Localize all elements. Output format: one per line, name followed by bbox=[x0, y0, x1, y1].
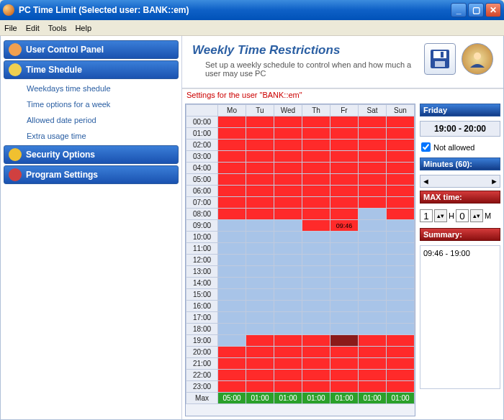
schedule-cell[interactable] bbox=[246, 278, 274, 289]
schedule-cell[interactable] bbox=[274, 220, 302, 232]
schedule-cell[interactable] bbox=[330, 117, 359, 128]
schedule-cell[interactable] bbox=[330, 232, 359, 243]
schedule-cell[interactable] bbox=[302, 186, 330, 197]
schedule-cell[interactable] bbox=[330, 347, 359, 358]
schedule-cell[interactable] bbox=[330, 197, 359, 209]
schedule-cell[interactable] bbox=[218, 209, 246, 220]
schedule-cell[interactable] bbox=[359, 358, 387, 370]
minimize-button[interactable]: _ bbox=[451, 3, 467, 17]
schedule-cell[interactable] bbox=[218, 128, 246, 140]
schedule-cell[interactable] bbox=[218, 220, 246, 232]
schedule-cell[interactable] bbox=[218, 266, 246, 278]
schedule-cell[interactable] bbox=[359, 324, 387, 335]
schedule-cell[interactable] bbox=[330, 335, 359, 347]
schedule-cell[interactable] bbox=[246, 335, 274, 347]
schedule-cell[interactable] bbox=[218, 117, 246, 128]
schedule-cell[interactable] bbox=[359, 117, 387, 128]
schedule-cell[interactable] bbox=[330, 255, 359, 266]
schedule-cell[interactable] bbox=[302, 117, 330, 128]
schedule-cell[interactable] bbox=[218, 151, 246, 163]
schedule-cell[interactable] bbox=[274, 358, 302, 370]
schedule-cell[interactable] bbox=[330, 266, 359, 278]
schedule-cell[interactable] bbox=[330, 381, 359, 393]
schedule-cell[interactable] bbox=[359, 301, 387, 312]
schedule-cell[interactable] bbox=[218, 324, 246, 335]
schedule-cell[interactable] bbox=[330, 140, 359, 151]
schedule-cell[interactable] bbox=[302, 128, 330, 140]
schedule-cell[interactable] bbox=[218, 278, 246, 289]
schedule-cell[interactable] bbox=[218, 243, 246, 255]
max-cell[interactable]: 01:00 bbox=[302, 393, 330, 404]
schedule-cell[interactable] bbox=[302, 301, 330, 312]
schedule-cell[interactable] bbox=[302, 266, 330, 278]
schedule-cell[interactable] bbox=[246, 243, 274, 255]
sidebar-header-0[interactable]: User Control Panel bbox=[4, 40, 179, 59]
schedule-cell[interactable] bbox=[302, 347, 330, 358]
minutes-stepper[interactable]: ▴▾ bbox=[470, 209, 483, 222]
schedule-cell[interactable] bbox=[387, 209, 415, 220]
max-cell[interactable]: 01:00 bbox=[387, 393, 415, 404]
schedule-cell[interactable] bbox=[246, 289, 274, 301]
schedule-cell[interactable] bbox=[387, 370, 415, 381]
menu-help[interactable]: Help bbox=[75, 24, 91, 32]
schedule-cell[interactable] bbox=[246, 370, 274, 381]
schedule-cell[interactable] bbox=[246, 358, 274, 370]
schedule-cell[interactable] bbox=[218, 370, 246, 381]
schedule-cell[interactable] bbox=[359, 151, 387, 163]
schedule-cell[interactable] bbox=[387, 128, 415, 140]
schedule-cell[interactable] bbox=[218, 232, 246, 243]
schedule-cell[interactable] bbox=[274, 370, 302, 381]
schedule-cell[interactable] bbox=[387, 381, 415, 393]
schedule-cell[interactable] bbox=[274, 243, 302, 255]
schedule-cell[interactable] bbox=[274, 301, 302, 312]
sidebar-header-3[interactable]: Program Settings bbox=[4, 165, 179, 184]
schedule-cell[interactable] bbox=[274, 347, 302, 358]
schedule-cell[interactable] bbox=[218, 312, 246, 324]
schedule-cell[interactable] bbox=[246, 117, 274, 128]
schedule-cell[interactable] bbox=[218, 255, 246, 266]
schedule-cell[interactable] bbox=[359, 370, 387, 381]
schedule-cell[interactable] bbox=[274, 140, 302, 151]
schedule-cell[interactable] bbox=[302, 151, 330, 163]
schedule-cell[interactable] bbox=[274, 278, 302, 289]
schedule-cell[interactable] bbox=[302, 312, 330, 324]
schedule-cell[interactable] bbox=[359, 312, 387, 324]
schedule-cell[interactable] bbox=[359, 128, 387, 140]
scroll-right-icon[interactable]: ► bbox=[490, 177, 498, 186]
max-cell[interactable]: 05:00 bbox=[218, 393, 246, 404]
schedule-cell[interactable] bbox=[302, 289, 330, 301]
schedule-cell[interactable] bbox=[246, 255, 274, 266]
schedule-cell[interactable]: 09:46 bbox=[330, 220, 359, 232]
schedule-cell[interactable] bbox=[387, 301, 415, 312]
schedule-cell[interactable] bbox=[274, 266, 302, 278]
schedule-cell[interactable] bbox=[274, 186, 302, 197]
schedule-cell[interactable] bbox=[274, 255, 302, 266]
schedule-cell[interactable] bbox=[330, 174, 359, 186]
schedule-cell[interactable] bbox=[330, 186, 359, 197]
schedule-cell[interactable] bbox=[302, 197, 330, 209]
schedule-cell[interactable] bbox=[218, 289, 246, 301]
schedule-cell[interactable] bbox=[246, 209, 274, 220]
schedule-cell[interactable] bbox=[330, 163, 359, 174]
schedule-cell[interactable] bbox=[218, 163, 246, 174]
max-hours-input[interactable] bbox=[420, 209, 433, 222]
schedule-cell[interactable] bbox=[330, 209, 359, 220]
scroll-left-icon[interactable]: ◄ bbox=[422, 177, 430, 186]
schedule-cell[interactable] bbox=[274, 232, 302, 243]
schedule-cell[interactable] bbox=[274, 197, 302, 209]
schedule-cell[interactable] bbox=[302, 335, 330, 347]
schedule-cell[interactable] bbox=[359, 335, 387, 347]
sidebar-header-1[interactable]: Time Shedule bbox=[4, 60, 179, 79]
schedule-cell[interactable] bbox=[218, 347, 246, 358]
max-cell[interactable]: 01:00 bbox=[330, 393, 359, 404]
schedule-cell[interactable] bbox=[387, 232, 415, 243]
schedule-cell[interactable] bbox=[330, 289, 359, 301]
schedule-cell[interactable] bbox=[330, 151, 359, 163]
save-button[interactable] bbox=[424, 43, 456, 75]
schedule-cell[interactable] bbox=[330, 324, 359, 335]
schedule-cell[interactable] bbox=[218, 197, 246, 209]
schedule-cell[interactable] bbox=[387, 174, 415, 186]
schedule-cell[interactable] bbox=[330, 128, 359, 140]
schedule-cell[interactable] bbox=[246, 266, 274, 278]
schedule-cell[interactable] bbox=[387, 347, 415, 358]
